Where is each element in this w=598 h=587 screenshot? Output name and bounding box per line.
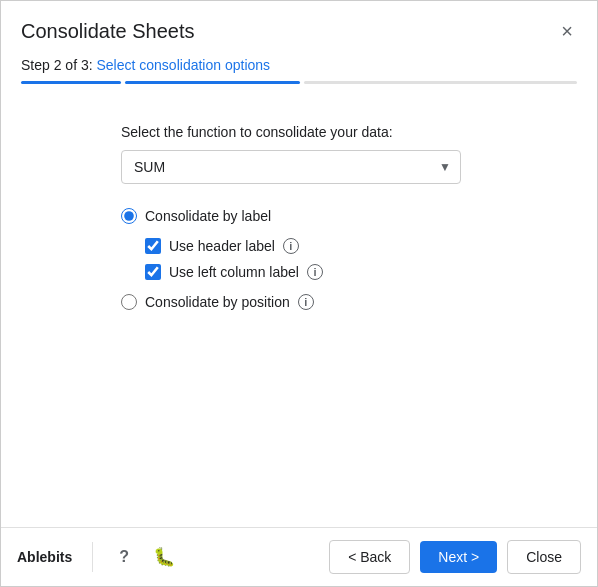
- next-button[interactable]: Next >: [420, 541, 497, 573]
- dialog-content: Select the function to consolidate your …: [1, 84, 597, 527]
- close-button[interactable]: Close: [507, 540, 581, 574]
- consolidate-by-position-info-icon[interactable]: i: [298, 294, 314, 310]
- step-number: Step 2 of 3:: [21, 57, 93, 73]
- step-text: Step 2 of 3: Select consolidation option…: [21, 57, 577, 73]
- consolidate-by-label-text: Consolidate by label: [145, 208, 271, 224]
- help-button[interactable]: ?: [113, 546, 135, 568]
- step-bar: Step 2 of 3: Select consolidation option…: [1, 57, 597, 84]
- use-left-column-info-icon[interactable]: i: [307, 264, 323, 280]
- bug-button[interactable]: 🐛: [149, 544, 179, 570]
- consolidate-by-label-option[interactable]: Consolidate by label: [121, 208, 323, 224]
- use-header-label-option[interactable]: Use header label i: [145, 238, 323, 254]
- footer-left: Ablebits ? 🐛: [17, 542, 179, 572]
- checkbox-group: Use header label i Use left column label…: [145, 238, 323, 280]
- consolidate-by-position-text: Consolidate by position: [145, 294, 290, 310]
- bug-icon: 🐛: [153, 547, 175, 567]
- footer-right: < Back Next > Close: [329, 540, 581, 574]
- function-select-wrapper: SUM AVERAGE COUNT MAX MIN ▼: [121, 150, 461, 184]
- use-header-label-info-icon[interactable]: i: [283, 238, 299, 254]
- back-button[interactable]: < Back: [329, 540, 410, 574]
- use-left-column-label-text: Use left column label: [169, 264, 299, 280]
- dialog-title: Consolidate Sheets: [21, 20, 194, 43]
- step-link[interactable]: Select consolidation options: [97, 57, 271, 73]
- consolidate-by-position-option[interactable]: Consolidate by position i: [121, 294, 323, 310]
- consolidate-by-position-radio[interactable]: [121, 294, 137, 310]
- use-header-label-text: Use header label: [169, 238, 275, 254]
- options-section: Consolidate by label Use header label i …: [121, 208, 323, 310]
- function-select[interactable]: SUM AVERAGE COUNT MAX MIN: [121, 150, 461, 184]
- select-function-label: Select the function to consolidate your …: [121, 124, 393, 140]
- use-header-label-checkbox[interactable]: [145, 238, 161, 254]
- use-left-column-checkbox[interactable]: [145, 264, 161, 280]
- dialog: Consolidate Sheets × Step 2 of 3: Select…: [0, 0, 598, 587]
- consolidate-by-label-radio[interactable]: [121, 208, 137, 224]
- footer-separator: [92, 542, 93, 572]
- dialog-close-button[interactable]: ×: [557, 19, 577, 43]
- use-left-column-option[interactable]: Use left column label i: [145, 264, 323, 280]
- brand-name: Ablebits: [17, 549, 72, 565]
- dialog-header: Consolidate Sheets ×: [1, 1, 597, 57]
- dialog-footer: Ablebits ? 🐛 < Back Next > Close: [1, 527, 597, 586]
